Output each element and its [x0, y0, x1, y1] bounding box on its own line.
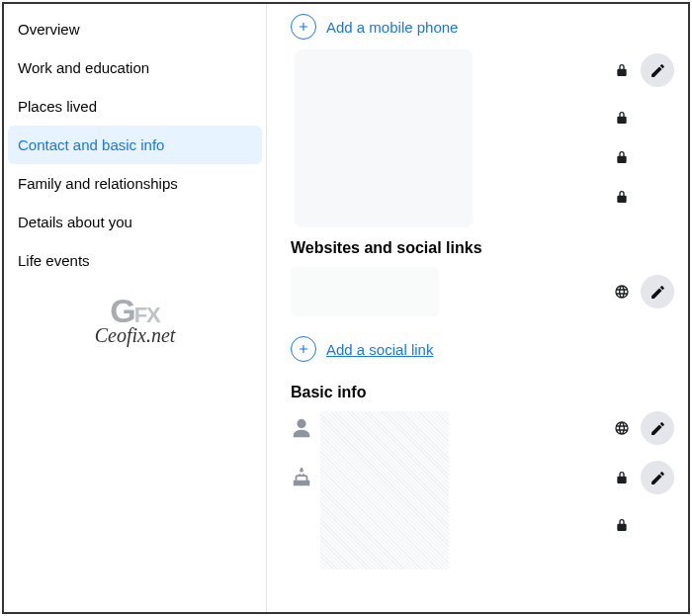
plus-icon: [291, 336, 316, 362]
main-content: Add a mobile phone: [267, 4, 688, 612]
sidebar-item-label: Details about you: [18, 214, 132, 230]
lock-icon: [613, 61, 631, 79]
redacted-website: [291, 267, 439, 316]
section-title-websites: Websites and social links: [291, 239, 674, 257]
add-mobile-phone-label: Add a mobile phone: [326, 19, 458, 36]
sidebar-item-label: Contact and basic info: [18, 136, 164, 153]
edit-button[interactable]: [641, 411, 674, 445]
lock-icon: [613, 516, 631, 534]
globe-icon: [613, 283, 631, 301]
sidebar-item-work[interactable]: Work and education: [8, 48, 262, 87]
sidebar-item-family[interactable]: Family and relationships: [8, 164, 262, 203]
sidebar-item-label: Overview: [18, 21, 80, 38]
sidebar-item-label: Work and education: [18, 59, 149, 76]
edit-button[interactable]: [641, 461, 674, 494]
sidebar-item-contact[interactable]: Contact and basic info: [8, 126, 262, 164]
person-icon: [291, 417, 312, 439]
edit-button[interactable]: [641, 275, 674, 308]
globe-icon: [613, 419, 631, 437]
section-title-basic: Basic info: [291, 384, 674, 401]
redacted-basic-info: [320, 411, 449, 570]
add-social-link-label: Add a social link: [326, 341, 433, 358]
sidebar-item-places[interactable]: Places lived: [8, 87, 262, 126]
watermark: GFX Ceofix.net: [8, 296, 262, 347]
lock-icon: [613, 188, 631, 206]
watermark-text: Ceofix.net: [8, 324, 262, 347]
sidebar-item-label: Places lived: [18, 98, 97, 115]
lock-icon: [613, 109, 631, 127]
redacted-contact-block: [295, 49, 473, 227]
watermark-gfx: GFX: [8, 296, 262, 326]
add-social-link[interactable]: Add a social link: [291, 332, 674, 372]
sidebar-item-overview[interactable]: Overview: [8, 10, 262, 48]
about-sidebar: Overview Work and education Places lived…: [4, 4, 267, 612]
sidebar-item-details[interactable]: Details about you: [8, 203, 262, 241]
website-row: [291, 267, 674, 316]
add-mobile-phone[interactable]: Add a mobile phone: [291, 10, 674, 49]
sidebar-item-life[interactable]: Life events: [8, 241, 262, 280]
lock-icon: [613, 148, 631, 166]
edit-button[interactable]: [641, 53, 674, 87]
sidebar-item-label: Family and relationships: [18, 175, 178, 192]
plus-icon: [291, 14, 316, 40]
cake-icon: [291, 467, 312, 488]
app-frame: Overview Work and education Places lived…: [2, 2, 690, 614]
lock-icon: [613, 469, 631, 486]
sidebar-item-label: Life events: [18, 252, 90, 269]
